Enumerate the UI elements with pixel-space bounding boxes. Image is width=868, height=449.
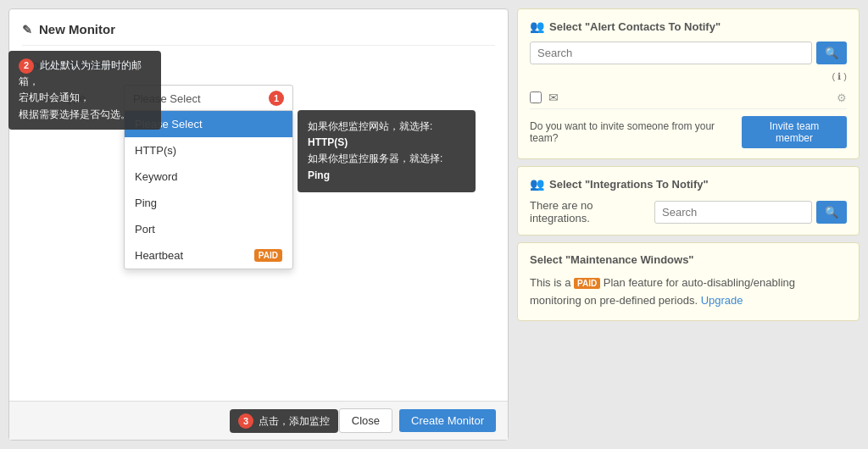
info-badge-row: ( ℹ ) xyxy=(530,71,847,82)
email-icon: ✉ xyxy=(548,91,559,104)
info-label: ( ℹ ) xyxy=(832,71,847,81)
integrations-people-icon: 👥 xyxy=(530,177,544,191)
integrations-section: 👥 Select "Integrations To Notify" There … xyxy=(517,166,860,236)
integrations-title: 👥 Select "Integrations To Notify" xyxy=(530,177,847,191)
select-badge-1: 1 xyxy=(269,91,284,106)
dropdown-item-ping[interactable]: Ping xyxy=(125,190,292,216)
bottom-bar: 3 点击，添加监控 Close Create Monitor xyxy=(9,401,508,440)
panel-title: ✎ New Monitor xyxy=(22,22,495,46)
tooltip-2-badge: 2 xyxy=(19,58,34,74)
heartbeat-paid-badge: PAID xyxy=(254,249,282,262)
maintenance-paid-badge: PAID xyxy=(574,278,600,289)
maintenance-text-before: This is a xyxy=(530,276,574,289)
invite-team-member-button[interactable]: Invite team member xyxy=(742,116,847,148)
no-integrations-text: There are no integrations. xyxy=(530,199,654,224)
dropdown-item-port[interactable]: Port xyxy=(125,216,292,242)
panel-title-text: New Monitor xyxy=(39,22,115,36)
dropdown-list: Please Select HTTP(s) Keyword Ping Port … xyxy=(124,110,293,269)
invite-row: Do you want to invite someone from your … xyxy=(530,116,847,148)
right-panel: 2 此处默认为注册时的邮箱，宕机时会通知，根据需要选择是否勾选。 👥 Selec… xyxy=(517,0,868,449)
create-monitor-button[interactable]: Create Monitor xyxy=(399,409,496,432)
tooltip-text-line4: Ping xyxy=(308,168,465,184)
contacts-title-text: Select "Alert Contacts To Notify" xyxy=(549,20,721,33)
no-integrations-row: There are no integrations. 🔍 xyxy=(530,199,847,224)
bottom-badge-3: 3 xyxy=(238,413,253,429)
monitor-type-tooltip: 如果你想监控网站，就选择: HTTP(S) 如果你想监控服务器，就选择: Pin… xyxy=(298,110,476,192)
dropdown-item-https[interactable]: HTTP(s) xyxy=(125,137,292,164)
bottom-tooltip: 3 点击，添加监控 xyxy=(230,409,338,433)
maintenance-text: This is a PAID Plan feature for auto-dis… xyxy=(530,274,847,310)
tooltip-text-line2: HTTP(S) xyxy=(308,135,465,151)
integrations-search-row: 🔍 xyxy=(654,201,847,224)
contacts-search-row: 🔍 xyxy=(530,42,847,64)
close-button[interactable]: Close xyxy=(339,408,392,433)
dropdown-item-keyword[interactable]: Keyword xyxy=(125,164,292,190)
people-icon: 👥 xyxy=(530,19,544,33)
contact-checkbox[interactable] xyxy=(530,91,542,103)
dropdown-wrap: Please Select HTTP(s) Keyword Ping Port … xyxy=(124,110,476,269)
upgrade-link[interactable]: Upgrade xyxy=(701,294,743,307)
contact-row: ✉ ⚙ xyxy=(530,86,847,109)
gear-icon[interactable]: ⚙ xyxy=(837,91,847,104)
bottom-tooltip-text: 点击，添加监控 xyxy=(259,414,330,429)
integrations-title-text: Select "Integrations To Notify" xyxy=(549,178,709,191)
maintenance-title: Select "Maintenance Windows" xyxy=(530,253,847,266)
maintenance-section: Select "Maintenance Windows" This is a P… xyxy=(517,242,860,321)
maintenance-title-text: Select "Maintenance Windows" xyxy=(530,253,694,266)
tooltip-2-text: 此处默认为注册时的邮箱，宕机时会通知，根据需要选择是否勾选。 xyxy=(19,59,142,120)
tooltip-2: 2 此处默认为注册时的邮箱，宕机时会通知，根据需要选择是否勾选。 xyxy=(8,51,161,130)
contacts-section: 2 此处默认为注册时的邮箱，宕机时会通知，根据需要选择是否勾选。 👥 Selec… xyxy=(517,8,860,159)
dropdown-item-heartbeat[interactable]: Heartbeat PAID xyxy=(125,242,292,269)
contacts-title: 👥 Select "Alert Contacts To Notify" xyxy=(530,19,847,33)
tooltip-text-line3: 如果你想监控服务器，就选择: xyxy=(308,151,465,167)
contacts-search-input[interactable] xyxy=(530,42,812,64)
edit-icon: ✎ xyxy=(22,23,32,36)
integrations-search-input[interactable] xyxy=(654,201,812,224)
contacts-search-button[interactable]: 🔍 xyxy=(816,42,847,64)
monitor-type-control: Please Select 1 Please Select HTTP(s) Ke… xyxy=(124,85,495,112)
invite-text: Do you want to invite someone from your … xyxy=(530,120,742,144)
heartbeat-label: Heartbeat xyxy=(135,249,183,262)
tooltip-text-line1: 如果你想监控网站，就选择: xyxy=(308,119,465,135)
integrations-search-button[interactable]: 🔍 xyxy=(816,201,847,224)
